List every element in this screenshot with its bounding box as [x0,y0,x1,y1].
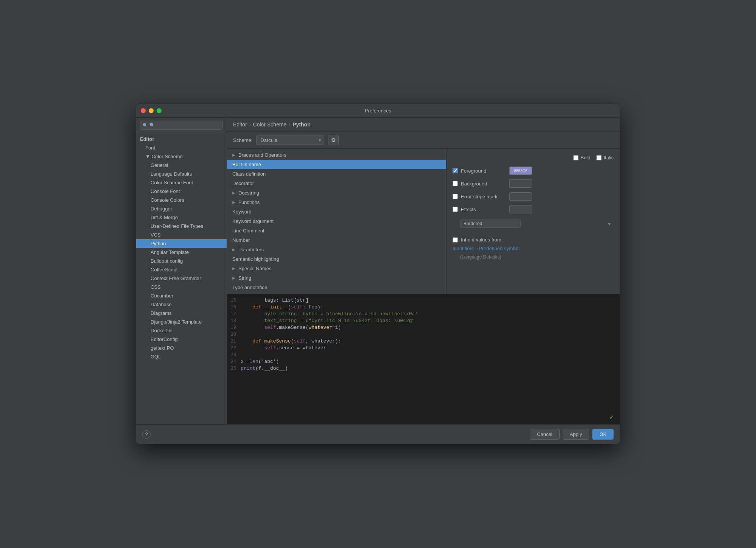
foreground-checkbox[interactable] [453,168,458,173]
right-panel: Editor › Color Scheme › Python Scheme: D… [227,118,620,424]
close-button[interactable] [141,108,146,113]
token-functions[interactable]: ▶ Functions [227,198,446,207]
token-line-comment[interactable]: Line Comment [227,226,446,235]
sidebar-item-cfg[interactable]: Context Free Grammar [136,274,227,283]
token-semantic[interactable]: Semantic highlighting [227,254,446,264]
sidebar-item-angular[interactable]: Angular Template [136,248,227,257]
sidebar-item-python[interactable]: Python [136,239,227,248]
keyword-def: def [252,304,261,310]
error-stripe-label: Error stripe mark [461,194,506,199]
sidebar-item-debugger[interactable]: Debugger [136,204,227,213]
error-stripe-swatch[interactable] [509,192,532,201]
self-keyword2: self [294,338,305,344]
arrow-icon: ▶ [232,153,235,157]
scheme-bar: Scheme: Darcula Default High Contrast ⚙ [227,132,620,149]
sidebar-item-diagrams[interactable]: Diagrams [136,309,227,318]
italic-checkbox[interactable] [596,155,602,160]
code-line-25: 25 print (f.__doc__) [227,365,620,372]
apply-button[interactable]: Apply [563,429,590,440]
error-stripe-checkbox[interactable] [453,194,458,199]
builtin-len: len [249,359,258,364]
token-string[interactable]: ▶ String [227,273,446,283]
token-braces[interactable]: ▶ Braces and Operators [227,150,446,160]
arrow-icon: ▶ [232,266,235,271]
italic-text: Italic [604,155,614,160]
inherit-checkbox[interactable] [453,237,458,243]
effects-swatch[interactable] [509,205,532,213]
sidebar-item-colorscheme[interactable]: ▼ Color Scheme [136,152,227,161]
background-swatch[interactable] [509,179,532,188]
search-icon: 🔍 [143,123,148,128]
sidebar-item-gql[interactable]: GQL [136,352,227,361]
token-special[interactable]: ▶ Special Names [227,264,446,273]
background-checkbox[interactable] [453,181,458,186]
code-content [241,318,264,324]
token-parameters[interactable]: ▶ Parameters [227,245,446,254]
token-list-panel: ▶ Braces and Operators Built-in name Cla… [227,149,446,294]
gear-button[interactable]: ⚙ [328,135,339,145]
token-label: Semantic highlighting [232,256,279,262]
sidebar: 🔍 Editor Font ▼ Color Scheme General Lan… [136,118,227,424]
sidebar-item-general[interactable]: General [136,161,227,170]
line-num: 18 [227,318,241,324]
sidebar-item-django[interactable]: Django/Jinja2 Template [136,318,227,326]
foreground-label: Foreground [461,168,506,174]
token-keyword[interactable]: Keyword [227,207,446,216]
token-number[interactable]: Number [227,235,446,245]
token-docstring[interactable]: ▶ Docstring [227,188,446,198]
token-class[interactable]: Class definition [227,169,446,179]
code-preview: 15 tags: List[str] 16 def [227,294,620,424]
maximize-button[interactable] [157,108,162,113]
ok-button[interactable]: OK [592,429,614,440]
bold-checkbox[interactable] [573,155,579,160]
sidebar-item-vcs[interactable]: VCS [136,230,227,239]
sidebar-item-console-font[interactable]: Console Font [136,187,227,196]
editor-area: ▶ Braces and Operators Built-in name Cla… [227,149,620,424]
inherit-link[interactable]: Identifiers→Predefined symbol [453,246,520,251]
sidebar-item-console-colors[interactable]: Console Colors [136,196,227,204]
token-builtin[interactable]: Built-in name [227,160,446,169]
sidebar-item-language-defaults[interactable]: Language Defaults [136,170,227,178]
effects-checkbox[interactable] [453,207,458,212]
token-decorator[interactable]: Decorator [227,179,446,188]
sidebar-item-colorscheme-font[interactable]: Color Scheme Font [136,178,227,187]
cancel-button[interactable]: Cancel [530,429,559,440]
token-label: Braces and Operators [238,152,286,158]
titlebar: Preferences [136,104,620,118]
token-type-annotation[interactable]: Type annotation [227,283,446,292]
arrow-icon: ▶ [232,248,235,252]
effects-row: Effects [453,205,614,213]
token-label: String [238,275,251,281]
minimize-button[interactable] [149,108,154,113]
search-input[interactable] [140,121,223,130]
sidebar-item-font[interactable]: Font [136,143,227,152]
sidebar-item-cucumber[interactable]: Cucumber [136,291,227,300]
self-keyword: self [291,304,303,310]
error-stripe-row: Error stripe mark [453,192,614,201]
token-keyword-arg[interactable]: Keyword argument [227,216,446,226]
foreground-swatch[interactable]: 8888C6 [509,167,532,175]
sidebar-item-database[interactable]: Database [136,300,227,309]
breadcrumb-python: Python [292,121,310,128]
main-content: 🔍 Editor Font ▼ Color Scheme General Lan… [136,118,620,424]
sidebar-item-editorconfig[interactable]: EditorConfig [136,335,227,344]
token-label: Keyword [232,209,252,215]
help-button[interactable]: ? [142,430,151,439]
sidebar-item-diff-merge[interactable]: Diff & Merge [136,213,227,222]
code-line-21: 21 def makeSense ( self , whatever): [227,338,620,345]
effects-dropdown[interactable]: Bordered Underscored Bold Underscored Un… [460,220,521,228]
sidebar-item-gettext[interactable]: gettext PO [136,344,227,352]
sidebar-item-coffeescript[interactable]: CoffeeScript [136,265,227,274]
line-num: 25 [227,366,241,371]
sidebar-editor-header[interactable]: Editor [136,135,227,143]
line-num: 24 [227,359,241,364]
code-content [241,345,264,351]
line-num: 19 [227,325,241,330]
sidebar-item-buildout[interactable]: Buildout config [136,257,227,265]
bottom-bar: ? Cancel Apply OK [136,424,620,444]
self-keyword: self [264,325,276,330]
sidebar-item-css[interactable]: CSS [136,283,227,291]
scheme-select[interactable]: Darcula Default High Contrast [256,135,324,145]
sidebar-item-user-defined[interactable]: User-Defined File Types [136,222,227,230]
sidebar-item-dockerfile[interactable]: Dockerfile [136,326,227,335]
